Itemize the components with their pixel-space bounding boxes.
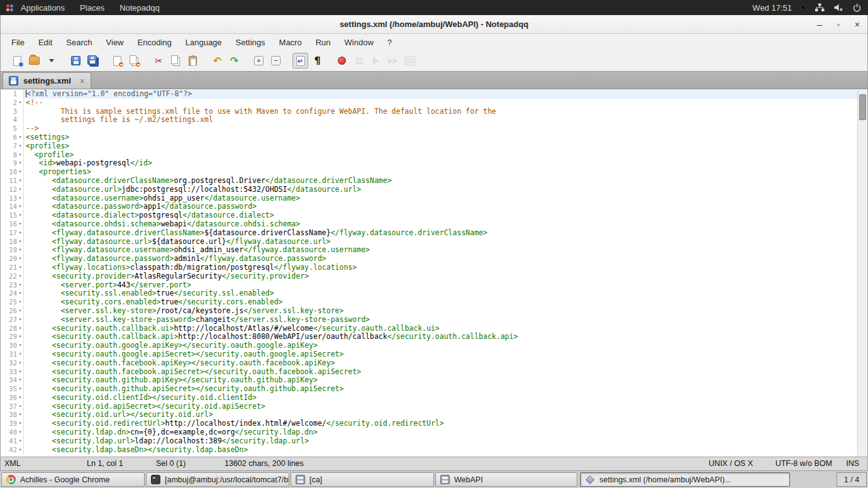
line-number-gutter[interactable]: 26▾ [1, 307, 24, 316]
show-invisibles-button[interactable]: ¶ [309, 53, 325, 69]
line-number-gutter[interactable]: 28▾ [1, 324, 24, 333]
code-line[interactable]: 5--> [1, 125, 857, 133]
editor[interactable]: 1<?xml version="1.0" encoding="UTF-8"?>2… [1, 89, 867, 457]
fold-marker-icon[interactable]: ▾ [17, 350, 23, 359]
open-recent-dropdown[interactable] [43, 53, 59, 69]
zoom-in-button[interactable]: + [251, 53, 267, 69]
code-line[interactable]: 40▾ <security.ldap.dn>cn={0},dc=example,… [1, 428, 857, 437]
code-text[interactable]: <security.ldap.url>ldap://localhost:389<… [24, 437, 857, 446]
code-text[interactable]: <datasource.driverClassName>org.postgres… [24, 177, 857, 186]
fold-marker-icon[interactable]: ▾ [17, 272, 23, 281]
code-text[interactable]: <settings> [24, 133, 857, 142]
fold-marker-icon[interactable]: ▾ [17, 238, 23, 247]
code-line[interactable]: 36▾ <security.oid.clientId></security.oi… [1, 394, 857, 402]
fold-marker-icon[interactable]: ▾ [17, 333, 23, 341]
code-line[interactable]: 6▾<settings> [1, 133, 857, 142]
line-number-gutter[interactable]: 20▾ [1, 255, 24, 263]
code-line[interactable]: 7▾<profiles> [1, 142, 857, 151]
code-line[interactable]: 30▾ <security.oauth.google.apiKey></secu… [1, 341, 857, 350]
code-text[interactable]: --> [24, 125, 857, 133]
workspace-pager[interactable]: 1 / 4 [837, 472, 867, 487]
code-line[interactable]: 27▾ <server.ssl.key-store-password>chang… [1, 316, 857, 324]
line-number-gutter[interactable]: 37▾ [1, 402, 24, 411]
fold-marker-icon[interactable]: ▾ [17, 151, 23, 160]
code-line[interactable]: 37▾ <security.oid.apiSecret></security.o… [1, 402, 857, 411]
tab-settings.xml[interactable]: settings.xml× [3, 72, 91, 89]
fold-marker-icon[interactable]: ▾ [17, 133, 23, 142]
code-text[interactable]: <security.oid.url></security.oid.url> [24, 411, 857, 419]
line-number-gutter[interactable]: 24▾ [1, 289, 24, 298]
code-text[interactable]: <security.oid.apiSecret></security.oid.a… [24, 402, 857, 411]
fold-marker-icon[interactable]: ▾ [17, 402, 23, 411]
paste-button[interactable] [185, 53, 201, 69]
code-line[interactable]: 12▾ <datasource.url>jdbc:postgresql://lo… [1, 186, 857, 194]
code-line[interactable]: 33▾ <security.oauth.facebook.apiSecret><… [1, 368, 857, 377]
code-line[interactable]: 35▾ <security.oauth.github.apiSecret></s… [1, 385, 857, 394]
record-macro-button[interactable] [334, 53, 350, 69]
fold-marker-icon[interactable]: ▾ [17, 255, 23, 263]
fold-marker-icon[interactable]: ▾ [17, 142, 23, 151]
line-number-gutter[interactable]: 38▾ [1, 411, 24, 419]
open-file-button[interactable] [26, 53, 42, 69]
fold-marker-icon[interactable]: ▾ [17, 446, 23, 455]
network-icon[interactable] [815, 3, 825, 13]
fold-marker-icon[interactable]: ▾ [17, 177, 23, 186]
code-text[interactable]: <!-- [24, 99, 857, 108]
close-file-button[interactable] [109, 53, 125, 69]
code-line[interactable]: 13▾ <datasource.username>ohdsi_app_user<… [1, 194, 857, 203]
code-text[interactable]: <security.oauth.facebook.apiKey></securi… [24, 359, 857, 368]
line-number-gutter[interactable]: 34▾ [1, 376, 24, 385]
code-text[interactable]: <server.ssl.key-store-password>changeit<… [24, 316, 857, 324]
line-number-gutter[interactable]: 16▾ [1, 220, 24, 229]
code-text[interactable]: <datasource.url>jdbc:postgresql://localh… [24, 186, 857, 194]
volume-muted-icon[interactable] [833, 3, 843, 13]
code-text[interactable]: <security.oid.clientId></security.oid.cl… [24, 394, 857, 402]
code-text[interactable]: <security.oauth.facebook.apiSecret></sec… [24, 368, 857, 377]
code-line[interactable]: 24▾ <security.ssl.enabled>true</security… [1, 289, 857, 298]
code-text[interactable]: <server.ssl.key-store>/root/ca/keystore.… [24, 307, 857, 316]
menu-item-view[interactable]: View [99, 36, 131, 49]
undo-button[interactable]: ↶ [209, 53, 225, 69]
code-text[interactable]: <security.oauth.github.apiKey></security… [24, 376, 857, 385]
line-number-gutter[interactable]: 14▾ [1, 202, 24, 211]
word-wrap-button[interactable]: ↵ [292, 53, 308, 69]
fold-marker-icon[interactable]: ▾ [17, 298, 23, 307]
code-text[interactable]: <flyway.datasource.password>admin1</flyw… [24, 255, 857, 263]
line-number-gutter[interactable]: 42▾ [1, 446, 24, 455]
power-icon[interactable] [852, 3, 862, 13]
code-text[interactable]: settings file is ~/.m2/settings.xml [24, 116, 857, 125]
line-number-gutter[interactable]: 40▾ [1, 428, 24, 437]
menu-item-macro[interactable]: Macro [272, 36, 309, 49]
line-number-gutter[interactable]: 29▾ [1, 333, 24, 341]
line-number-gutter[interactable]: 32▾ [1, 359, 24, 368]
close-all-button[interactable] [126, 53, 142, 69]
scrollbar[interactable] [857, 90, 867, 457]
code-text[interactable]: <datasource.password>app1</datasource.pa… [24, 202, 857, 211]
code-line[interactable]: 11▾ <datasource.driverClassName>org.post… [1, 177, 857, 186]
code-line[interactable]: 22▾ <security.provider>AtlasRegularSecur… [1, 272, 857, 281]
line-number-gutter[interactable]: 41▾ [1, 437, 24, 446]
code-line[interactable]: 28▾ <security.oauth.callback.ui>http://l… [1, 324, 857, 333]
zoom-out-button[interactable]: − [268, 53, 284, 69]
code-line[interactable]: 18▾ <flyway.datasource.url>${datasource.… [1, 238, 857, 247]
fold-marker-icon[interactable]: ▾ [17, 229, 23, 238]
line-number-gutter[interactable]: 5 [1, 125, 24, 133]
code-text[interactable]: <datasource.dialect>postgresql</datasour… [24, 211, 857, 220]
minimize-button[interactable]: – [817, 19, 822, 30]
line-number-gutter[interactable]: 6▾ [1, 133, 24, 142]
fold-marker-icon[interactable]: ▾ [17, 186, 23, 194]
taskbar-button-4[interactable]: WebAPI [435, 472, 577, 487]
code-line[interactable]: 42▾ <security.ldap.baseDn></security.lda… [1, 446, 857, 455]
taskbar-button-2[interactable]: [ambuj@ambuj:/usr/local/tomcat7/bin] [146, 472, 289, 487]
save-button[interactable] [68, 53, 84, 69]
menu-item-settings[interactable]: Settings [229, 36, 272, 49]
save-all-button[interactable] [85, 53, 101, 69]
fold-marker-icon[interactable]: ▾ [17, 368, 23, 377]
line-number-gutter[interactable]: 36▾ [1, 394, 24, 402]
code-text[interactable]: <profiles> [24, 142, 857, 151]
line-number-gutter[interactable]: 10▾ [1, 168, 24, 177]
code-text[interactable]: <security.provider>AtlasRegularSecurity<… [24, 272, 857, 281]
places-menu[interactable]: Places [72, 0, 112, 15]
line-number-gutter[interactable]: 8▾ [1, 151, 24, 160]
applications-menu[interactable]: Applications [13, 0, 72, 15]
